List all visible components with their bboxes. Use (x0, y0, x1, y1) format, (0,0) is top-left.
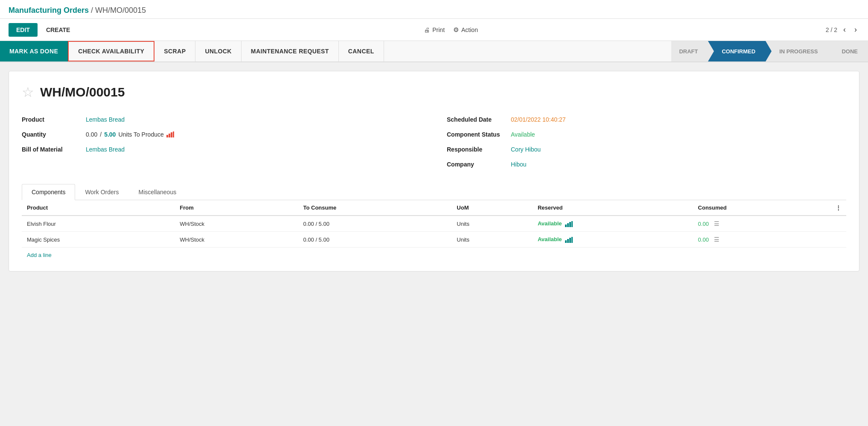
row2-consumed: 0.00 ☰ (693, 232, 830, 248)
row1-forecast-icon[interactable] (565, 220, 573, 227)
tab-miscellaneous[interactable]: Miscellaneous (128, 184, 186, 200)
nav-next[interactable]: › (852, 24, 859, 35)
check-availability-button[interactable]: CHECK AVAILABILITY (68, 41, 154, 61)
svg-rect-9 (567, 239, 569, 243)
breadcrumb-separator: / (91, 6, 93, 15)
quantity-produced: 0.00 (86, 131, 97, 138)
record-id: WH/MO/00015 (40, 85, 125, 99)
print-button[interactable]: 🖨 Print (424, 26, 445, 33)
gear-icon: ⚙ (453, 26, 459, 34)
favorite-star[interactable]: ☆ (22, 84, 34, 100)
quantity-label: Quantity (22, 131, 86, 138)
col-header-reserved: Reserved (533, 200, 693, 216)
quantity-unit: Units To Produce (118, 131, 163, 138)
row1-from: WH/Stock (175, 216, 298, 232)
field-responsible: Responsible Cory Hibou (447, 142, 846, 157)
svg-rect-10 (569, 238, 571, 243)
quantity-separator: / (100, 131, 102, 138)
svg-rect-0 (166, 135, 168, 137)
mark-as-done-button[interactable]: MARK AS DONE (0, 41, 68, 61)
status-in-progress-label: IN PROGRESS (779, 48, 818, 55)
field-scheduled-date: Scheduled Date 02/01/2022 10:40:27 (447, 112, 846, 127)
row2-menu (830, 232, 846, 248)
row1-consumed: 0.00 ☰ (693, 216, 830, 232)
product-value[interactable]: Lembas Bread (86, 116, 125, 123)
status-in-progress: IN PROGRESS (766, 41, 828, 61)
field-quantity: Quantity 0.00 / 5.00 Units To Produce (22, 127, 421, 142)
status-confirmed-label: CONFIRMED (722, 48, 755, 55)
row1-uom: Units (451, 216, 533, 232)
field-company: Company Hibou (447, 157, 846, 172)
status-draft: DRAFT (671, 41, 708, 61)
status-done-label: DONE (842, 48, 858, 55)
cancel-button[interactable]: CANCEL (339, 41, 384, 61)
col-header-menu[interactable]: ⋮ (830, 200, 846, 216)
table-row: Elvish Flour WH/Stock 0.00 / 5.00 Units … (22, 216, 846, 232)
col-header-consumed: Consumed (693, 200, 830, 216)
svg-rect-6 (569, 222, 571, 227)
row1-list-icon[interactable]: ☰ (714, 220, 719, 227)
status-done: DONE (828, 41, 868, 61)
row2-list-icon[interactable]: ☰ (714, 236, 719, 243)
nav-prev[interactable]: ‹ (841, 24, 848, 35)
breadcrumb-current: WH/MO/00015 (95, 6, 146, 15)
row2-to-consume: 0.00 / 5.00 (298, 232, 451, 248)
action-bar: MARK AS DONE CHECK AVAILABILITY SCRAP UN… (0, 41, 868, 62)
tab-work-orders[interactable]: Work Orders (75, 184, 128, 200)
tab-components[interactable]: Components (22, 184, 75, 200)
company-value[interactable]: Hibou (511, 161, 527, 168)
scheduled-date-value[interactable]: 02/01/2022 10:40:27 (511, 116, 565, 123)
company-label: Company (447, 161, 511, 168)
row2-product: Magic Spices (22, 232, 175, 248)
product-label: Product (22, 116, 86, 123)
row2-reserved: Available (533, 232, 693, 248)
add-line-button[interactable]: Add a line (22, 248, 57, 263)
maintenance-request-button[interactable]: MAINTENANCE REQUEST (242, 41, 339, 61)
quantity-target[interactable]: 5.00 (104, 131, 116, 138)
svg-rect-1 (169, 134, 170, 137)
svg-rect-7 (571, 221, 573, 227)
scrap-button[interactable]: SCRAP (154, 41, 195, 61)
responsible-value[interactable]: Cory Hibou (511, 146, 541, 153)
toolbar: EDIT CREATE 🖨 Print ⚙ Action 2 / 2 ‹ › (0, 19, 868, 41)
svg-rect-5 (567, 223, 569, 227)
component-status-label: Component Status (447, 131, 511, 138)
bom-label: Bill of Material (22, 146, 86, 153)
quantity-value: 0.00 / 5.00 Units To Produce (86, 131, 174, 138)
forecast-icon[interactable] (166, 131, 174, 137)
field-bom: Bill of Material Lembas Bread (22, 142, 421, 157)
bom-value[interactable]: Lembas Bread (86, 146, 125, 153)
col-header-uom: UoM (451, 200, 533, 216)
row2-uom: Units (451, 232, 533, 248)
row1-product: Elvish Flour (22, 216, 175, 232)
tabs: Components Work Orders Miscellaneous (22, 184, 846, 200)
breadcrumb-parent[interactable]: Manufacturing Orders (9, 6, 89, 15)
row1-menu (830, 216, 846, 232)
row2-from: WH/Stock (175, 232, 298, 248)
row2-forecast-icon[interactable] (565, 236, 573, 242)
status-pipeline: DRAFT CONFIRMED IN PROGRESS DONE (671, 41, 868, 61)
component-status-value: Available (511, 131, 535, 138)
col-header-product: Product (22, 200, 175, 216)
svg-rect-3 (173, 131, 174, 137)
svg-rect-2 (171, 132, 172, 137)
fields-grid: Product Lembas Bread Quantity 0.00 / 5.0… (22, 112, 846, 172)
status-draft-label: DRAFT (679, 48, 698, 55)
record-navigation: 2 / 2 ‹ › (826, 24, 859, 35)
field-product: Product Lembas Bread (22, 112, 421, 127)
responsible-label: Responsible (447, 146, 511, 153)
action-button[interactable]: ⚙ Action (453, 26, 478, 34)
breadcrumb: Manufacturing Orders / WH/MO/00015 (0, 0, 868, 19)
field-component-status: Component Status Available (447, 127, 846, 142)
edit-button[interactable]: EDIT (9, 23, 38, 37)
fields-right: Scheduled Date 02/01/2022 10:40:27 Compo… (447, 112, 846, 172)
create-button[interactable]: CREATE (40, 23, 76, 37)
svg-rect-11 (571, 237, 573, 243)
scheduled-date-label: Scheduled Date (447, 116, 511, 123)
col-header-to-consume: To Consume (298, 200, 451, 216)
print-label: Print (432, 26, 445, 33)
svg-rect-8 (565, 240, 567, 243)
unlock-button[interactable]: UNLOCK (195, 41, 241, 61)
row1-reserved: Available (533, 216, 693, 232)
col-header-from: From (175, 200, 298, 216)
